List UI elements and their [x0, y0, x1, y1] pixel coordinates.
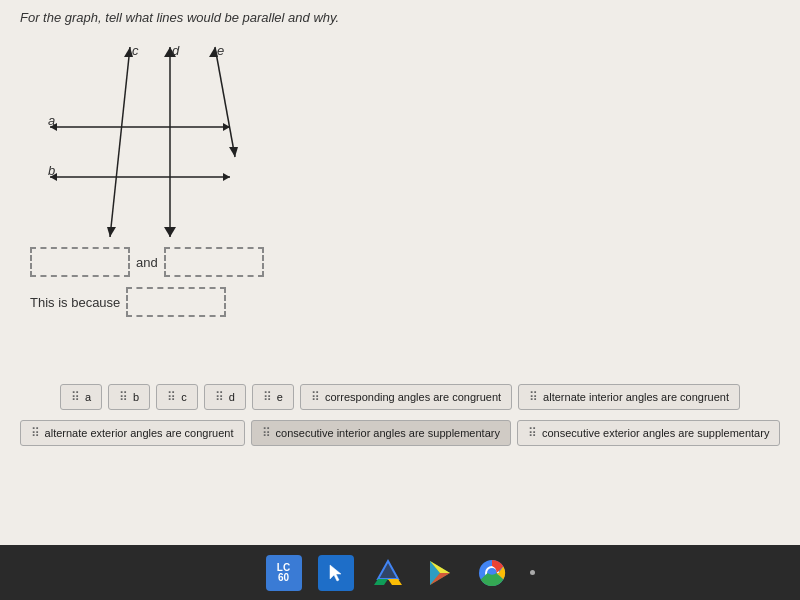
svg-marker-10	[107, 227, 116, 237]
svg-text:a: a	[48, 113, 55, 128]
because-label: This is because	[30, 295, 120, 310]
answer-box-1[interactable]	[30, 247, 130, 277]
svg-text:c: c	[132, 43, 139, 58]
svg-marker-14	[164, 227, 176, 237]
chip-e[interactable]: e	[252, 384, 294, 410]
chip-consec-interior[interactable]: consecutive interior angles are suppleme…	[251, 420, 511, 446]
svg-marker-22	[374, 579, 388, 585]
answer-line-2: This is because	[30, 287, 780, 317]
chip-row-1: a b c d e corresponding angles are congr…	[60, 384, 740, 410]
chrome-svg	[476, 557, 508, 589]
chip-corresponding[interactable]: corresponding angles are congruent	[300, 384, 512, 410]
svg-marker-18	[229, 147, 238, 157]
play-svg	[424, 557, 456, 589]
svg-marker-20	[330, 565, 341, 581]
answer-box-3[interactable]	[126, 287, 226, 317]
svg-text:b: b	[48, 163, 55, 178]
chip-row-3: consecutive exterior angles are suppleme…	[517, 420, 780, 446]
cursor-svg	[326, 563, 346, 583]
drive-svg	[372, 557, 404, 589]
svg-marker-23	[388, 579, 402, 585]
chip-row-2: alternate exterior angles are congruent …	[20, 420, 511, 446]
answer-line-1: and	[30, 247, 780, 277]
google-drive-icon[interactable]	[370, 555, 406, 591]
chip-d[interactable]: d	[204, 384, 246, 410]
chip-consec-exterior[interactable]: consecutive exterior angles are suppleme…	[517, 420, 780, 446]
chip-alt-interior[interactable]: alternate interior angles are congruent	[518, 384, 740, 410]
chip-a[interactable]: a	[60, 384, 102, 410]
cursor-icon[interactable]	[318, 555, 354, 591]
and-label: and	[136, 255, 158, 270]
lc60-icon[interactable]: LC 60	[266, 555, 302, 591]
diagram-area: a b c d e	[40, 37, 340, 237]
svg-text:d: d	[172, 43, 180, 58]
chrome-icon[interactable]	[474, 555, 510, 591]
main-content: For the graph, tell what lines would be …	[0, 0, 800, 545]
taskbar: LC 60	[0, 545, 800, 600]
geometry-diagram: a b c d e	[40, 37, 340, 237]
svg-line-16	[215, 47, 235, 157]
question-text: For the graph, tell what lines would be …	[20, 10, 780, 25]
answer-box-2[interactable]	[164, 247, 264, 277]
lc-top: LC	[277, 563, 290, 573]
chip-alt-exterior[interactable]: alternate exterior angles are congruent	[20, 420, 245, 446]
svg-line-8	[110, 47, 130, 237]
lc-bottom: 60	[278, 573, 289, 583]
answer-boxes: and This is because	[30, 247, 780, 317]
dot-indicator	[530, 570, 535, 575]
svg-marker-24	[378, 561, 398, 579]
svg-text:e: e	[217, 43, 224, 58]
chip-b[interactable]: b	[108, 384, 150, 410]
play-store-icon[interactable]	[422, 555, 458, 591]
drag-options: a b c d e corresponding angles are congr…	[10, 384, 790, 450]
svg-marker-5	[223, 173, 230, 181]
chip-c[interactable]: c	[156, 384, 198, 410]
